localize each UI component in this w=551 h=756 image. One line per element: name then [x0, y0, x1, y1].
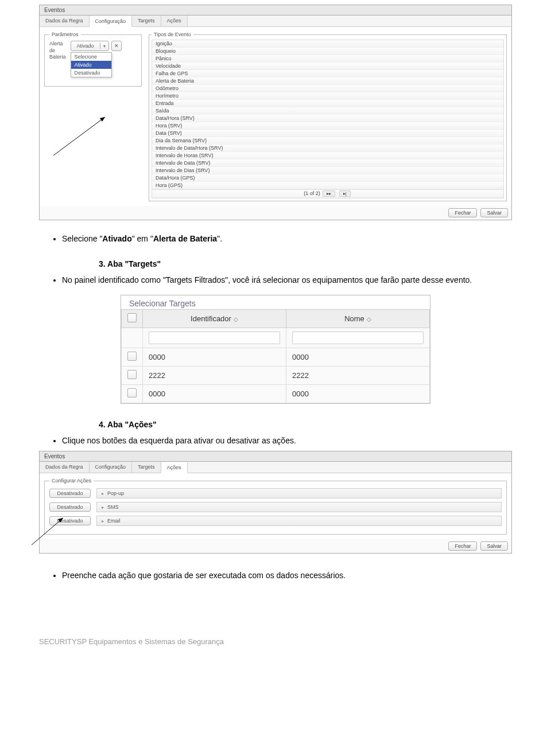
section-heading-4: 4. Aba "Ações" [99, 420, 512, 429]
event-row[interactable]: Velocidade [152, 63, 503, 70]
parametros-fieldset: Parâmetros Alerta de Bateria Ativado ▾ ✕ [44, 32, 142, 87]
save-button[interactable]: Salvar [480, 541, 508, 551]
chevron-down-icon: ▾ [100, 44, 108, 49]
ativado-dropdown[interactable]: Ativado ▾ [71, 41, 109, 51]
event-row[interactable]: Odômetro [152, 85, 503, 92]
events-list: Ignição Bloqueio Pânico Velocidade Falha… [152, 40, 504, 198]
events-legend: Tipos de Evento [152, 32, 193, 37]
event-row[interactable]: Data (SRV) [152, 130, 503, 137]
doc-bullet: No painel identificado como "Targets Fil… [62, 275, 512, 285]
checkbox[interactable] [127, 352, 137, 361]
checkbox[interactable] [127, 370, 137, 379]
event-row[interactable]: Alerta de Bateria [152, 77, 503, 85]
event-row[interactable]: Falha de GPS [152, 70, 503, 77]
acoes-legend: Configurar Ações [49, 478, 94, 484]
doc-bullet: Preenche cada ação que gostaria de ser e… [62, 571, 512, 580]
button-row: Fechar Salvar [40, 539, 511, 553]
filter-nome[interactable] [292, 332, 424, 344]
toggle-button[interactable]: Desativado [49, 502, 91, 512]
svg-line-0 [53, 117, 105, 155]
pager-last-button[interactable]: ▸| [339, 190, 351, 197]
targets-table: Identificador◇ Nome◇ 0000 0000 2222 2222… [121, 309, 430, 403]
acao-row: Desativado ▸SMS [49, 502, 502, 512]
parametros-legend: Parâmetros [49, 32, 81, 37]
dropdown-option[interactable]: Desativado [71, 69, 111, 77]
event-row[interactable]: Intervalo de Dias (SRV) [152, 167, 503, 174]
table-row: 2222 2222 [122, 367, 430, 385]
table-row: 0000 0000 [122, 385, 430, 403]
tab-targets[interactable]: Targets [132, 15, 161, 26]
close-button[interactable]: Fechar [448, 541, 477, 551]
selecionar-targets-screenshot: Selecionar Targets Identificador◇ Nome◇ … [121, 295, 430, 404]
checkbox[interactable] [127, 388, 137, 398]
close-button[interactable]: Fechar [448, 208, 477, 217]
param-label: Alerta de Bateria [49, 41, 66, 61]
tab-targets[interactable]: Targets [132, 462, 161, 473]
col-nome[interactable]: Nome◇ [286, 310, 430, 328]
button-row: Fechar Salvar [40, 206, 511, 220]
event-row[interactable]: Horímetro [152, 92, 503, 100]
event-row[interactable]: Intervalo de Horas (SRV) [152, 152, 503, 159]
event-row[interactable]: Intervalo de Data/Hora (SRV) [152, 145, 503, 152]
expand-icon: ▸ [102, 505, 104, 510]
event-row[interactable]: Data/Hora (GPS) [152, 174, 503, 182]
acao-row: Desativado ▸Pop-up [49, 488, 502, 498]
doc-bullet: Selecione "Ativado" em "Alerta de Bateri… [62, 234, 512, 243]
tab-configuracao[interactable]: Configuração [90, 462, 133, 473]
pager-next-button[interactable]: ▸▸ [323, 190, 335, 197]
tab-configuracao[interactable]: Configuração [90, 16, 133, 27]
panel-title: Eventos [40, 5, 511, 15]
page-footer: SECURITYSP Equipamentos e Sistemas de Se… [39, 637, 512, 646]
col-identificador[interactable]: Identificador◇ [143, 310, 286, 328]
svg-marker-1 [100, 117, 105, 122]
event-row[interactable]: Bloqueio [152, 48, 503, 55]
section-heading-3: 3. Aba "Targets" [99, 259, 512, 268]
sort-icon: ◇ [367, 316, 371, 322]
event-row[interactable]: Saída [152, 107, 503, 115]
svg-line-2 [32, 518, 63, 545]
tabbar: Dados da Regra Configuração Targets Açõe… [40, 462, 511, 473]
event-row[interactable]: Hora (GPS) [152, 182, 503, 189]
event-row[interactable]: Hora (SRV) [152, 122, 503, 130]
acao-row: Desativado ▸Email [49, 516, 502, 526]
panel-title: Eventos [40, 451, 511, 462]
dropdown-list: Selecione Ativado Desativado [71, 52, 112, 77]
tab-dados-da-regra[interactable]: Dados da Regra [40, 15, 90, 26]
event-row[interactable]: Data/Hora (SRV) [152, 115, 503, 122]
targets-legend: Selecionar Targets [121, 295, 430, 309]
acao-bar[interactable]: ▸Email [96, 516, 502, 526]
tipos-de-evento-fieldset: Tipos de Evento Ignição Bloqueio Pânico … [149, 32, 507, 201]
tab-dados-da-regra[interactable]: Dados da Regra [40, 462, 90, 473]
checkbox[interactable] [127, 313, 137, 322]
expand-icon: ▸ [102, 519, 104, 524]
event-row[interactable]: Entrada [152, 100, 503, 107]
sort-icon: ◇ [234, 316, 238, 322]
eventos-acoes-screenshot: Eventos Dados da Regra Configuração Targ… [39, 451, 512, 554]
table-row: 0000 0000 [122, 348, 430, 367]
tab-acoes[interactable]: Ações [161, 15, 188, 26]
event-row[interactable]: Ignição [152, 40, 503, 48]
event-row[interactable]: Dia da Semana (SRV) [152, 137, 503, 145]
acao-bar[interactable]: ▸Pop-up [96, 488, 502, 498]
pager: (1 of 2) ▸▸ ▸| [152, 189, 503, 198]
event-row[interactable]: Intervalo de Data (SRV) [152, 159, 503, 167]
tabbar: Dados da Regra Configuração Targets Açõe… [40, 15, 511, 27]
filter-identificador[interactable] [149, 332, 280, 344]
tab-acoes[interactable]: Ações [161, 462, 188, 473]
dropdown-option[interactable]: Selecione [71, 53, 111, 61]
select-all-header [122, 310, 143, 328]
doc-bullet: Clique nos botões da esquerda para ativa… [62, 436, 512, 445]
acao-bar[interactable]: ▸SMS [96, 502, 502, 512]
dropdown-option[interactable]: Ativado [71, 61, 111, 69]
clear-button[interactable]: ✕ [111, 41, 122, 51]
toggle-button[interactable]: Desativado [49, 489, 91, 498]
configurar-acoes-fieldset: Configurar Ações Desativado ▸Pop-up Desa… [44, 478, 507, 535]
event-row[interactable]: Pânico [152, 55, 503, 63]
save-button[interactable]: Salvar [480, 208, 508, 217]
expand-icon: ▸ [102, 491, 104, 496]
